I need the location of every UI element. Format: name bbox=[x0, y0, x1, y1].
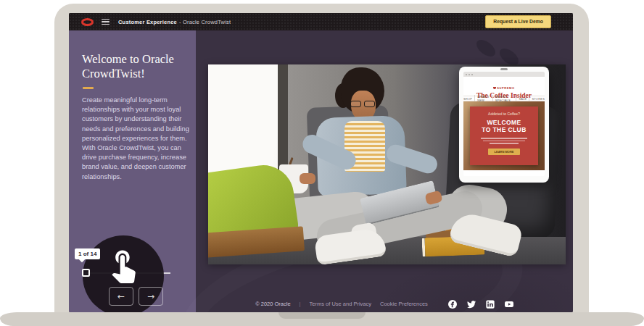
tablet-camera bbox=[500, 68, 508, 70]
hero-title: WELCOME TO THE CLUB bbox=[470, 119, 538, 133]
laptop-screen: Customer Experience- Oracle CrowdTwist R… bbox=[69, 13, 573, 312]
coffee-hero-card: Addicted to Coffee? WELCOME TO THE CLUB … bbox=[470, 106, 538, 165]
cookie-preferences-link[interactable]: Cookie Preferences bbox=[380, 301, 428, 307]
oracle-logo-icon[interactable] bbox=[81, 18, 94, 26]
facebook-icon[interactable] bbox=[448, 300, 457, 309]
navbar-title-bold: Customer Experience bbox=[118, 19, 177, 25]
footer: © 2020 Oracle | Terms of Use and Privacy… bbox=[196, 296, 573, 312]
tablet-mockup: SUPREMO The Coffee Insider SHOP WHAT'S N… bbox=[459, 67, 549, 183]
carousel-slider-handle[interactable] bbox=[82, 269, 90, 277]
hero-text-line bbox=[483, 141, 525, 142]
top-navbar: Customer Experience- Oracle CrowdTwist R… bbox=[69, 13, 573, 30]
previous-slide-button[interactable]: ← bbox=[109, 287, 133, 306]
nav-item-sale[interactable]: SALE bbox=[516, 97, 527, 101]
laptop-base-notch bbox=[278, 312, 366, 319]
accent-dash bbox=[83, 87, 94, 89]
tablet-screen: SUPREMO The Coffee Insider SHOP WHAT'S N… bbox=[463, 72, 545, 176]
page-count-badge: 1 of 14 bbox=[75, 248, 100, 259]
tap-gesture-icon bbox=[104, 246, 142, 283]
hamburger-menu-icon[interactable] bbox=[102, 19, 110, 25]
twitter-icon[interactable] bbox=[467, 300, 476, 309]
photo-glasses bbox=[364, 101, 375, 107]
photo-man-hand bbox=[300, 173, 315, 184]
footer-divider: | bbox=[300, 301, 301, 307]
social-icons bbox=[448, 300, 513, 309]
tablet-browser-bar bbox=[463, 72, 545, 77]
page: Customer Experience- Oracle CrowdTwist R… bbox=[0, 0, 644, 326]
youtube-icon[interactable] bbox=[505, 300, 513, 309]
copyright-text: © 2020 Oracle bbox=[255, 301, 290, 307]
terms-link[interactable]: Terms of Use and Privacy bbox=[310, 301, 371, 307]
nav-item-shop[interactable]: SHOP bbox=[463, 97, 472, 101]
navbar-title-rest: - Oracle CrowdTwist bbox=[179, 19, 231, 25]
slide-title: Welcome to Oracle CrowdTwist! bbox=[82, 52, 191, 81]
hero-text-line bbox=[481, 138, 527, 139]
coffee-site-nav: SHOP WHAT'S NEW WEEKLY SPECIALS SALE STO… bbox=[463, 96, 545, 101]
hero-text-line bbox=[490, 143, 519, 144]
navbar-title: Customer Experience- Oracle CrowdTwist bbox=[118, 19, 231, 25]
request-demo-button[interactable]: Request a Live Demo bbox=[485, 15, 551, 28]
coffee-cup-icon bbox=[493, 87, 496, 89]
coffee-site-hero: Addicted to Coffee? WELCOME TO THE CLUB … bbox=[463, 101, 545, 170]
hero-kicker: Addicted to Coffee? bbox=[470, 112, 538, 116]
coffee-site-header: SUPREMO The Coffee Insider bbox=[463, 77, 545, 96]
nav-item-stores[interactable]: STORES bbox=[529, 97, 545, 101]
next-slide-button[interactable]: → bbox=[139, 287, 163, 306]
linkedin-icon[interactable] bbox=[486, 300, 495, 309]
slide-description: Create meaningful long-term relationship… bbox=[82, 96, 191, 182]
learn-more-button[interactable]: LEARN MORE bbox=[488, 149, 520, 155]
photo-glasses bbox=[350, 101, 361, 107]
coffee-site-brand: SUPREMO bbox=[497, 86, 514, 90]
coffee-site-footer bbox=[463, 170, 545, 176]
